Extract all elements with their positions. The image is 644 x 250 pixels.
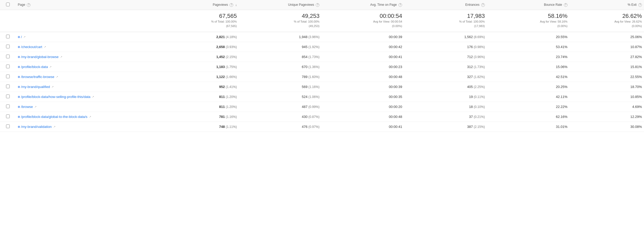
row-page-cell: /profile/block-data/global-to-the-block-… (16, 112, 156, 122)
bounce-value: 23.74% (556, 55, 568, 59)
row-pageviews: 748 (1.11%) (156, 122, 239, 132)
external-link-icon: ↗ (53, 125, 55, 128)
page-link[interactable]: /profile/block-data (21, 65, 48, 69)
row-checkbox[interactable] (6, 35, 10, 38)
row-pageviews: 781 (1.16%) (156, 112, 239, 122)
entrances-pct: (0.10%) (474, 105, 485, 109)
summary-checkbox-cell (0, 10, 16, 32)
row-page-cell: / ↗ (16, 32, 156, 42)
exit-info-icon[interactable]: ? (638, 3, 642, 7)
row-exit-pct: 15.81% (570, 62, 644, 72)
page-info-icon[interactable]: ? (27, 3, 30, 7)
row-entrances: 405 (2.25%) (404, 82, 487, 92)
row-page-cell: /my-brand/global-browse ↗ (16, 52, 156, 62)
avgtime-info-icon[interactable]: ? (398, 3, 402, 7)
row-checkbox-cell[interactable] (0, 52, 16, 62)
page-dot-icon (18, 66, 20, 68)
row-checkbox[interactable] (6, 65, 10, 68)
row-checkbox[interactable] (6, 95, 10, 98)
table-row: /my-brand/qualified ↗ 952 (1.41%) 569 (1… (0, 82, 644, 92)
row-page-cell: /browse ↗ (16, 102, 156, 112)
row-checkbox-cell[interactable] (0, 102, 16, 112)
header-bounce-rate: Bounce Rate ? (487, 0, 570, 10)
unique-info-icon[interactable]: ? (316, 3, 319, 7)
select-all-checkbox[interactable] (6, 3, 10, 6)
unique-pct: (1.36%) (308, 65, 319, 69)
unique-value: 524 (302, 95, 308, 99)
page-link[interactable]: /profile/block-data/how-selling-profile-… (21, 95, 90, 99)
exit-value: 15.81% (630, 65, 642, 69)
entrances-value: 18 (469, 105, 473, 109)
row-checkbox[interactable] (6, 75, 10, 78)
unique-pct: (1.92%) (308, 45, 319, 49)
avgtime-value: 00:00:35 (389, 95, 402, 99)
row-checkbox-cell[interactable] (0, 122, 16, 132)
page-link[interactable]: / (21, 35, 22, 39)
row-checkbox-cell[interactable] (0, 62, 16, 72)
row-unique-pageviews: 789 (1.60%) (239, 72, 322, 82)
page-link[interactable]: /my-brand/qualified (21, 85, 50, 89)
summary-row: 67,565 % of Total: 100.00%(67,565) 49,25… (0, 10, 644, 32)
page-link[interactable]: /checkout/cart (21, 45, 42, 49)
row-checkbox-cell[interactable] (0, 112, 16, 122)
entrances-value: 712 (467, 55, 473, 59)
pageviews-value: 781 (219, 115, 225, 119)
row-checkbox-cell[interactable] (0, 92, 16, 102)
row-bounce-rate: 22.22% (487, 102, 570, 112)
row-checkbox-cell[interactable] (0, 32, 16, 42)
page-link[interactable]: /my-brand/global-browse (21, 55, 59, 59)
row-checkbox[interactable] (6, 124, 10, 128)
bounce-value: 15.06% (556, 65, 568, 69)
unique-pct: (1.73%) (308, 55, 319, 59)
header-entrances-label: Entrances (465, 3, 480, 7)
entrances-pct: (1.73%) (474, 65, 485, 69)
row-entrances: 327 (1.82%) (404, 72, 487, 82)
entrances-info-icon[interactable]: ? (481, 3, 485, 7)
header-bounce-label: Bounce Rate (544, 3, 562, 7)
entrances-value: 405 (467, 85, 473, 89)
row-checkbox-cell[interactable] (0, 42, 16, 52)
table-row: /browse ↗ 811 (1.20%) 487 (0.99%) 00:00:… (0, 102, 644, 112)
row-unique-pageviews: 1,948 (3.96%) (239, 32, 322, 42)
external-link-icon: ↗ (23, 35, 25, 38)
row-unique-pageviews: 670 (1.36%) (239, 62, 322, 72)
page-link[interactable]: /my-brand/validation (21, 125, 52, 129)
external-link-icon: ↗ (89, 115, 91, 118)
row-page-cell: /profile/block-data ↗ (16, 62, 156, 72)
entrances-pct: (3.96%) (474, 55, 485, 59)
unique-value: 945 (302, 45, 308, 49)
bounce-info-icon[interactable]: ? (564, 3, 568, 7)
row-checkbox[interactable] (6, 105, 10, 108)
exit-value: 22.55% (630, 75, 642, 79)
header-pageviews-label: Pageviews (213, 3, 228, 7)
row-exit-pct: 12.29% (570, 112, 644, 122)
row-checkbox-cell[interactable] (0, 82, 16, 92)
header-avgtime-label: Avg. Time on Page (370, 3, 397, 7)
summary-exit-value: 26.62% (572, 13, 642, 19)
summary-avgtime-sub: Avg for View: 00:00:54(0.00%) (324, 19, 402, 28)
row-checkbox-cell[interactable] (0, 72, 16, 82)
page-link[interactable]: /browse/traffic-browse (21, 75, 54, 79)
row-entrances: 712 (3.96%) (404, 52, 487, 62)
row-checkbox[interactable] (6, 45, 10, 48)
pageviews-info-icon[interactable]: ? (230, 3, 233, 7)
row-checkbox[interactable] (6, 85, 10, 88)
row-exit-pct: 22.55% (570, 72, 644, 82)
header-page-label: Page (18, 3, 25, 7)
summary-avg-time: 00:00:54 Avg for View: 00:00:54(0.00%) (321, 10, 404, 32)
page-link[interactable]: /profile/block-data/global-to-the-block-… (21, 115, 87, 119)
page-link[interactable]: /browse (21, 105, 33, 109)
row-checkbox[interactable] (6, 55, 10, 58)
page-dot-icon (18, 116, 20, 118)
entrances-value: 312 (467, 65, 473, 69)
row-page-cell: /my-brand/validation ↗ (16, 122, 156, 132)
header-avg-time: Avg. Time on Page ? (321, 0, 404, 10)
row-exit-pct: 27.82% (570, 52, 644, 62)
pageviews-value: 1,122 (216, 75, 225, 79)
row-unique-pageviews: 430 (0.87%) (239, 112, 322, 122)
bounce-value: 22.22% (556, 105, 568, 109)
summary-pageviews: 67,565 % of Total: 100.00%(67,565) (156, 10, 239, 32)
sort-desc-icon[interactable]: ↓ (235, 3, 237, 7)
page-dot-icon (18, 96, 20, 98)
row-checkbox[interactable] (6, 114, 10, 118)
